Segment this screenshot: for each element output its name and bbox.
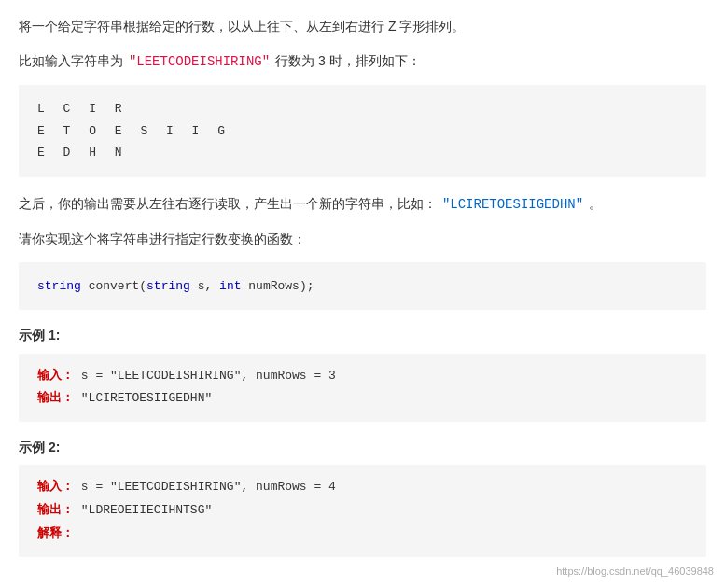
example2-output-label: 输出： [37, 503, 74, 517]
example2-input-value: s = "LEETCODEISHIRING", numRows = 4 [81, 480, 336, 494]
zigzag-row-2: E T O E S I I G [37, 120, 688, 142]
example2-explain-label: 解释： [37, 526, 74, 540]
zigzag-display: L C I R E T O E S I I G E D H N [19, 85, 706, 176]
intro-prefix: 比如输入字符串为 [19, 53, 123, 68]
func-keyword-string: string [37, 279, 81, 293]
after-prefix: 之后，你的输出需要从左往右逐行读取，产生出一个新的字符串，比如： [19, 196, 437, 211]
example1-input-row: 输入： s = "LEETCODEISHIRING", numRows = 3 [37, 365, 688, 388]
example1-label: 示例 1: [19, 325, 706, 345]
example1-input-value: s = "LEETCODEISHIRING", numRows = 3 [81, 369, 336, 383]
func-param-int: int [219, 279, 241, 293]
intro-paragraph-1: 将一个给定字符串根据给定的行数，以从上往下、从左到右进行 Z 字形排列。 [19, 15, 706, 38]
zigzag-row-1: L C I R [37, 98, 688, 119]
example2-label: 示例 2: [19, 437, 706, 457]
example2-explain-row: 解释： [37, 523, 688, 546]
func-name: convert( [89, 279, 146, 293]
intro-middle: 行数为 3 时，排列如下： [275, 53, 421, 68]
example2-block: 输入： s = "LEETCODEISHIRING", numRows = 4 … [19, 465, 706, 556]
after-zigzag-text: 之后，你的输出需要从左往右逐行读取，产生出一个新的字符串，比如： "LCIRET… [19, 192, 706, 217]
func-param-numrows: numRows); [241, 279, 314, 293]
example1-output-value: "LCIRETOESIIGEDHN" [81, 391, 212, 405]
example1-input-label: 输入： [37, 369, 74, 383]
func-signature-text: string convert(string s, int numRows); [37, 279, 314, 293]
example1-output-row: 输出： "LCIRETOESIIGEDHN" [37, 387, 688, 411]
example1-block: 输入： s = "LEETCODEISHIRING", numRows = 3 … [19, 354, 706, 422]
example1-output-label: 输出： [37, 391, 74, 405]
example2-output-value: "LDREOEIIECIHNTSG" [81, 503, 212, 517]
after-string: "LCIRETOESIIGEDHN" [442, 197, 583, 212]
after-suffix: 。 [589, 196, 602, 211]
function-signature-block: string convert(string s, int numRows); [19, 262, 706, 310]
func-param-s: s, [190, 279, 219, 293]
watermark: https://blog.csdn.net/qq_46039848 [556, 564, 714, 581]
intro-paragraph-2: 比如输入字符串为 "LEETCODEISHIRING" 行数为 3 时，排列如下… [19, 49, 706, 74]
request-text: 请你实现这个将字符串进行指定行数变换的函数： [19, 228, 706, 251]
example2-output-row: 输出： "LDREOEIIECIHNTSG" [37, 499, 688, 523]
example2-input-label: 输入： [37, 480, 74, 494]
example2-input-row: 输入： s = "LEETCODEISHIRING", numRows = 4 [37, 476, 688, 499]
zigzag-row-3: E D H N [37, 142, 688, 163]
intro-string: "LEETCODEISHIRING" [129, 54, 270, 69]
func-param-string: string [146, 279, 190, 293]
